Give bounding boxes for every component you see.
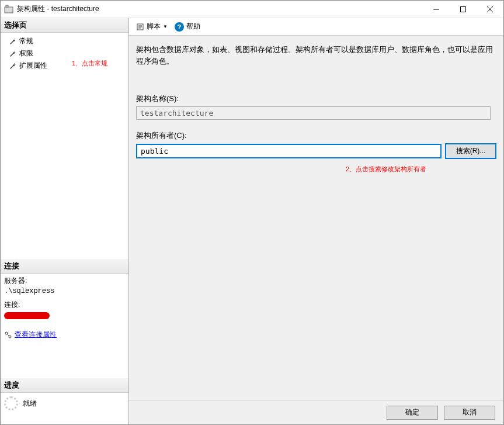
app-icon (4, 5, 13, 14)
progress-spinner-icon (4, 396, 18, 410)
connection-label: 连接: (4, 300, 125, 310)
minimize-button[interactable] (423, 1, 450, 18)
page-item-permissions[interactable]: 权限 (1, 47, 128, 60)
window-controls (423, 1, 503, 18)
annotation-2: 2、点击搜索修改架构所有者 (136, 165, 496, 174)
svg-point-7 (9, 336, 11, 338)
script-dropdown[interactable]: 脚本 ▼ (134, 20, 170, 33)
wrench-icon (9, 37, 17, 46)
close-button[interactable] (477, 1, 503, 18)
content-area: 架构包含数据库对象，如表、视图和存储过程。架构所有者可以是数据库用户、数据库角色… (129, 36, 503, 400)
progress-content: 就绪 (1, 393, 128, 414)
wrench-icon (9, 62, 17, 70)
redacted-value (4, 312, 50, 319)
connection-content: 服务器: .\sqlexpress 连接: 查看连接属性 (1, 274, 128, 343)
svg-rect-3 (461, 6, 466, 12)
svg-point-6 (5, 332, 8, 334)
help-button[interactable]: ? 帮助 (172, 20, 203, 33)
server-value: .\sqlexpress (4, 287, 125, 295)
server-label: 服务器: (4, 276, 125, 286)
schema-name-label: 架构名称(S): (136, 94, 496, 104)
help-label: 帮助 (186, 22, 200, 32)
link-icon (4, 331, 12, 339)
script-label: 脚本 (147, 22, 161, 32)
connection-header: 连接 (1, 259, 128, 274)
page-list: 常规 权限 扩展属性 (1, 33, 128, 74)
schema-name-input: testarchitecture (136, 106, 491, 120)
window-title: 架构属性 - testarchitecture (17, 4, 423, 14)
select-page-header: 选择页 (1, 18, 128, 33)
svg-line-8 (8, 334, 9, 336)
titlebar: 架构属性 - testarchitecture (1, 1, 503, 18)
search-button[interactable]: 搜索(R)... (445, 143, 496, 159)
right-panel: 脚本 ▼ ? 帮助 架构包含数据库对象，如表、视图和存储过程。架构所有者可以是数… (129, 18, 503, 424)
page-item-extended[interactable]: 扩展属性 (1, 60, 128, 72)
maximize-button[interactable] (450, 1, 477, 18)
cancel-button[interactable]: 取消 (444, 406, 495, 420)
schema-owner-label: 架构所有者(C): (136, 130, 496, 141)
svg-rect-1 (6, 5, 8, 7)
page-item-label: 常规 (19, 36, 33, 46)
dialog-footer: 确定 取消 (129, 400, 503, 424)
schema-owner-input[interactable]: public (136, 144, 442, 158)
chevron-down-icon: ▼ (163, 24, 168, 29)
page-item-general[interactable]: 常规 (1, 35, 128, 47)
page-item-label: 权限 (19, 49, 33, 58)
svg-rect-0 (5, 7, 13, 13)
ok-button[interactable]: 确定 (387, 406, 438, 420)
progress-status: 就绪 (23, 399, 37, 409)
wrench-icon (9, 50, 17, 58)
page-item-label: 扩展属性 (19, 61, 47, 71)
progress-header: 进度 (1, 378, 128, 393)
help-icon: ? (175, 22, 184, 32)
script-icon (136, 23, 144, 31)
schema-description: 架构包含数据库对象，如表、视图和存储过程。架构所有者可以是数据库用户、数据库角色… (136, 44, 496, 67)
view-connection-properties-link[interactable]: 查看连接属性 (15, 330, 57, 340)
annotation-1: 1、点击常规 (72, 59, 107, 68)
left-panel: 选择页 常规 权限 扩展属性 1、点击常规 (1, 18, 129, 424)
toolbar: 脚本 ▼ ? 帮助 (129, 18, 503, 36)
